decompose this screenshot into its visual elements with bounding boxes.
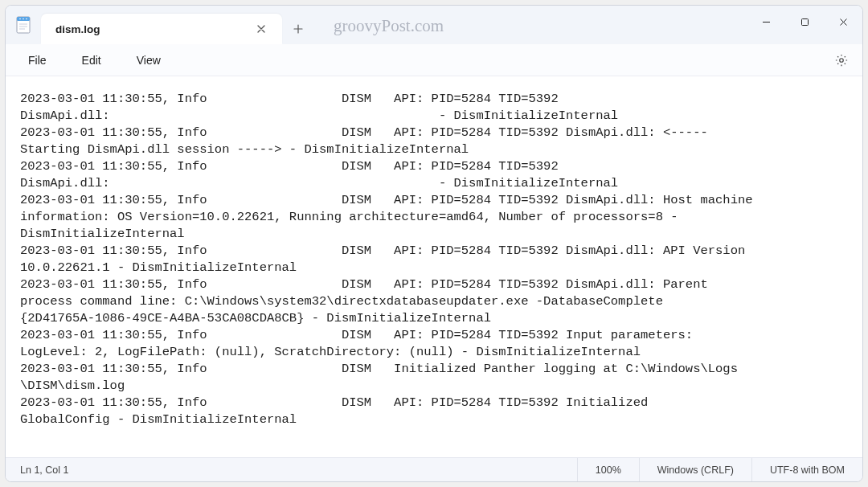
notepad-app-icon — [15, 16, 31, 34]
svg-rect-9 — [801, 18, 808, 25]
text-content-area[interactable]: 2023-03-01 11:30:55, Info DISM API: PID=… — [6, 76, 862, 457]
svg-point-3 — [23, 18, 24, 20]
svg-point-4 — [26, 18, 27, 20]
menu-edit[interactable]: Edit — [74, 49, 109, 72]
svg-point-2 — [19, 18, 21, 20]
tab-title: dism.log — [55, 23, 242, 35]
settings-button[interactable] — [832, 51, 851, 70]
menubar: File Edit View — [6, 44, 862, 76]
watermark-text: groovyPost.com — [334, 16, 444, 36]
status-line-ending[interactable]: Windows (CRLF) — [639, 458, 751, 481]
close-tab-button[interactable] — [250, 18, 272, 40]
maximize-button[interactable] — [785, 6, 824, 38]
active-tab[interactable]: dism.log — [41, 14, 282, 44]
minimize-button[interactable] — [747, 6, 785, 38]
new-tab-button[interactable] — [282, 14, 314, 44]
svg-point-10 — [840, 59, 844, 63]
window-controls — [747, 6, 862, 38]
menu-file[interactable]: File — [20, 49, 55, 72]
status-cursor-position[interactable]: Ln 1, Col 1 — [6, 464, 577, 476]
status-encoding[interactable]: UTF-8 with BOM — [751, 458, 862, 481]
close-window-button[interactable] — [824, 6, 862, 38]
status-zoom[interactable]: 100% — [577, 458, 639, 481]
statusbar: Ln 1, Col 1 100% Windows (CRLF) UTF-8 wi… — [6, 457, 862, 481]
menu-view[interactable]: View — [129, 49, 169, 72]
titlebar: dism.log groovyPost.com — [6, 6, 862, 44]
notepad-window: dism.log groovyPost.com File Edit View — [5, 5, 863, 482]
log-text: 2023-03-01 11:30:55, Info DISM API: PID=… — [20, 91, 848, 428]
